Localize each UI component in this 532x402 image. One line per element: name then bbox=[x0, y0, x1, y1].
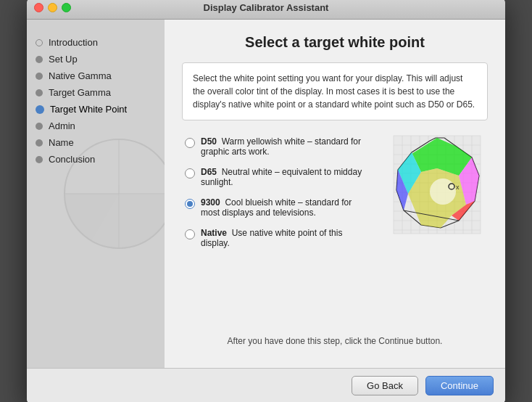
sidebar-item-setup[interactable]: Set Up bbox=[27, 51, 165, 67]
sidebar-dot-name bbox=[36, 139, 43, 147]
radio-native[interactable] bbox=[185, 229, 195, 239]
sidebar-label-target-white-point: Target White Point bbox=[50, 104, 127, 115]
radio-9300[interactable] bbox=[185, 199, 195, 209]
content-area: Introduction Set Up Native Gamma Target … bbox=[27, 20, 505, 368]
label-native: Native Use native white point of this di… bbox=[201, 228, 372, 248]
main-panel: Select a target white point Select the w… bbox=[165, 20, 505, 368]
sidebar-dot-native-gamma bbox=[36, 73, 43, 80]
options-area: D50 Warm yellowish white – standard for … bbox=[182, 132, 488, 329]
option-d65[interactable]: D65 Neutral white – equivalent to midday… bbox=[182, 163, 375, 192]
radio-options: D50 Warm yellowish white – standard for … bbox=[182, 132, 375, 329]
sidebar-label-conclusion: Conclusion bbox=[49, 154, 95, 165]
sidebar-item-name[interactable]: Name bbox=[27, 134, 165, 151]
chromaticity-diagram: x bbox=[386, 132, 488, 245]
svg-point-23 bbox=[430, 179, 456, 205]
window-title: Display Calibrator Assistant bbox=[204, 2, 329, 13]
go-back-button[interactable]: Go Back bbox=[352, 376, 418, 395]
sidebar-dot-admin bbox=[36, 123, 43, 130]
sidebar-item-target-gamma[interactable]: Target Gamma bbox=[27, 84, 165, 101]
sidebar: Introduction Set Up Native Gamma Target … bbox=[27, 20, 165, 368]
titlebar: Display Calibrator Assistant bbox=[27, 0, 505, 20]
label-d65: D65 Neutral white – equivalent to midday… bbox=[201, 167, 372, 187]
close-button[interactable] bbox=[34, 3, 43, 12]
sidebar-item-introduction[interactable]: Introduction bbox=[27, 34, 165, 51]
button-bar: Go Back Continue bbox=[27, 368, 505, 402]
svg-text:x: x bbox=[456, 184, 460, 191]
minimize-button[interactable] bbox=[48, 3, 57, 12]
sidebar-label-native-gamma: Native Gamma bbox=[49, 70, 112, 81]
option-d50[interactable]: D50 Warm yellowish white – standard for … bbox=[182, 132, 375, 161]
label-d50: D50 Warm yellowish white – standard for … bbox=[201, 136, 372, 157]
continue-button[interactable]: Continue bbox=[425, 376, 494, 395]
sidebar-label-target-gamma: Target Gamma bbox=[49, 87, 111, 98]
sidebar-label-introduction: Introduction bbox=[49, 37, 98, 48]
option-native[interactable]: Native Use native white point of this di… bbox=[182, 223, 375, 253]
sidebar-label-admin: Admin bbox=[49, 120, 75, 131]
sidebar-item-target-white-point[interactable]: Target White Point bbox=[27, 101, 165, 118]
traffic-lights bbox=[34, 3, 71, 12]
footer-instruction: After you have done this step, click the… bbox=[182, 336, 488, 346]
maximize-button[interactable] bbox=[62, 3, 71, 12]
radio-d65[interactable] bbox=[185, 168, 195, 179]
sidebar-dot-target-gamma bbox=[36, 89, 43, 97]
sidebar-dot-target-white-point bbox=[36, 105, 44, 114]
sidebar-item-native-gamma[interactable]: Native Gamma bbox=[27, 67, 165, 84]
window: Display Calibrator Assistant Introductio… bbox=[27, 0, 505, 402]
sidebar-item-conclusion[interactable]: Conclusion bbox=[27, 151, 165, 168]
sidebar-label-name: Name bbox=[49, 137, 74, 148]
label-9300: 9300 Cool blueish white – standard for m… bbox=[201, 197, 372, 218]
sidebar-item-admin[interactable]: Admin bbox=[27, 118, 165, 134]
radio-d50[interactable] bbox=[185, 138, 195, 148]
sidebar-dot-introduction bbox=[36, 39, 43, 46]
option-9300[interactable]: 9300 Cool blueish white – standard for m… bbox=[182, 193, 375, 222]
description-text: Select the white point setting you want … bbox=[193, 73, 475, 110]
sidebar-dot-conclusion bbox=[36, 156, 43, 163]
sidebar-label-setup: Set Up bbox=[49, 54, 78, 65]
sidebar-dot-setup bbox=[36, 56, 43, 63]
description-box: Select the white point setting you want … bbox=[182, 62, 488, 120]
page-title: Select a target white point bbox=[182, 34, 488, 51]
